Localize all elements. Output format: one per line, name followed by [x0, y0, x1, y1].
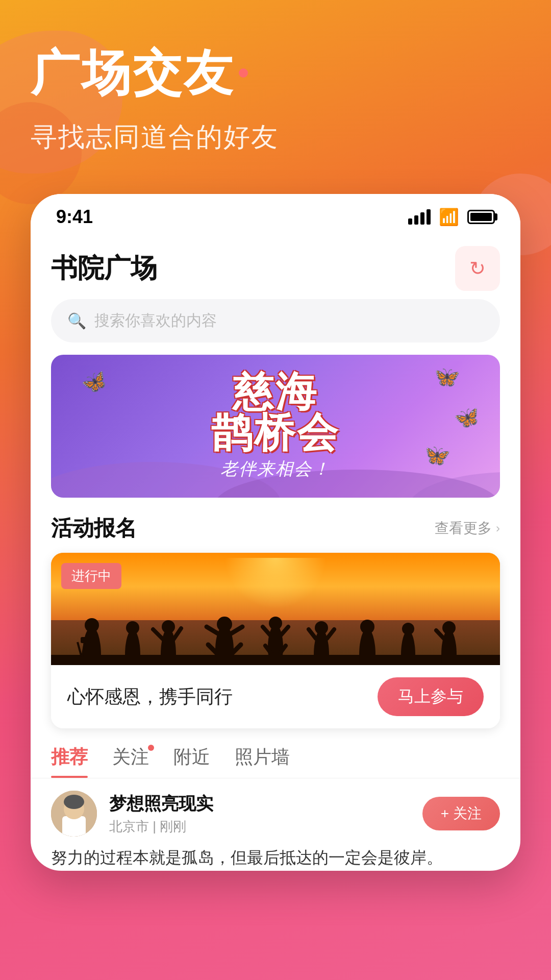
banner[interactable]: 🦋 🦋 🦋 🦋 慈海 鹊桥会 老伴来相会！ — [51, 355, 500, 498]
status-icons: 📶 — [408, 207, 495, 227]
tab-follow-dot — [148, 745, 154, 751]
svg-line-37 — [436, 630, 444, 639]
banner-main-line2: 鹊桥会 — [211, 412, 340, 453]
page-header: 广场交友 寻找志同道合的好友 — [0, 0, 551, 176]
wifi-icon: 📶 — [439, 207, 459, 227]
svg-point-5 — [85, 618, 99, 632]
status-bar: 9:41 📶 — [31, 194, 520, 236]
svg-point-4 — [83, 627, 101, 665]
svg-point-22 — [269, 617, 282, 630]
refresh-button[interactable]: ↻ — [455, 246, 500, 291]
app-header: 书院广场 ↻ — [31, 236, 520, 299]
svg-line-13 — [153, 629, 163, 640]
svg-rect-8 — [81, 637, 91, 643]
svg-point-35 — [441, 629, 457, 665]
svg-line-30 — [327, 629, 334, 639]
battery-icon — [467, 210, 495, 224]
svg-line-29 — [309, 629, 316, 639]
svg-point-36 — [442, 621, 456, 634]
svg-point-34 — [402, 623, 414, 635]
title-dot — [239, 68, 248, 78]
post-content: 努力的过程本就是孤岛，但最后抵达的一定会是彼岸。 — [51, 845, 500, 871]
svg-point-12 — [162, 620, 175, 633]
tabs-row: 推荐 关注 附近 照片墙 — [31, 745, 520, 778]
battery-fill — [470, 213, 492, 221]
search-icon: 🔍 — [67, 312, 86, 330]
signal-icon — [408, 209, 431, 225]
avatar[interactable] — [51, 791, 97, 837]
search-bar[interactable]: 🔍 搜索你喜欢的内容 — [51, 299, 500, 342]
post-user: 梦想照亮现实 北京市 | 刚刚 — [51, 791, 213, 837]
post-header: 梦想照亮现实 北京市 | 刚刚 + 关注 — [51, 791, 500, 837]
tab-nearby[interactable]: 附近 — [173, 745, 210, 778]
activity-footer: 心怀感恩，携手同行 马上参与 — [51, 665, 500, 728]
sub-title: 寻找志同道合的好友 — [31, 119, 520, 155]
post-card: 梦想照亮现实 北京市 | 刚刚 + 关注 努力的过程本就是孤岛，但最后抵达的一定… — [31, 791, 520, 871]
tab-photo-wall[interactable]: 照片墙 — [235, 745, 290, 778]
svg-point-41 — [64, 795, 84, 809]
svg-point-28 — [315, 621, 328, 634]
svg-point-16 — [217, 617, 232, 632]
svg-line-23 — [263, 627, 270, 635]
svg-point-9 — [125, 629, 140, 665]
chevron-right-icon: › — [496, 521, 500, 535]
svg-line-14 — [173, 628, 181, 640]
view-more-label: 查看更多 — [435, 519, 492, 538]
activity-section-header: 活动报名 查看更多 › — [31, 514, 520, 553]
activity-image: 进行中 — [51, 553, 500, 665]
search-placeholder-text: 搜索你喜欢的内容 — [94, 310, 217, 331]
activity-section-title: 活动报名 — [51, 514, 137, 543]
banner-sub-text: 老伴来相会！ — [211, 457, 340, 481]
svg-point-33 — [401, 630, 415, 665]
svg-line-18 — [230, 627, 242, 634]
svg-line-17 — [207, 627, 219, 634]
banner-main-line1: 慈海 — [211, 372, 340, 412]
follow-button[interactable]: + 关注 — [422, 797, 500, 830]
svg-point-21 — [268, 625, 283, 665]
activity-card[interactable]: 进行中 — [51, 553, 500, 728]
app-title: 书院广场 — [51, 251, 157, 286]
butterfly-icon-3: 🦋 — [452, 404, 481, 432]
post-meta: 北京市 | 刚刚 — [109, 818, 213, 836]
avatar-image — [51, 791, 97, 837]
svg-line-24 — [281, 627, 288, 635]
tab-recommend[interactable]: 推荐 — [51, 745, 88, 778]
banner-title: 慈海 鹊桥会 老伴来相会！ — [211, 372, 340, 481]
status-time: 9:41 — [56, 206, 93, 228]
join-button[interactable]: 马上参与 — [378, 677, 484, 716]
svg-point-11 — [161, 628, 176, 665]
view-more-button[interactable]: 查看更多 › — [435, 519, 500, 538]
svg-point-32 — [360, 620, 374, 634]
activity-badge: 进行中 — [61, 563, 121, 589]
activity-silhouettes — [51, 599, 500, 665]
activity-name: 心怀感恩，携手同行 — [67, 684, 233, 709]
phone-mockup: 9:41 📶 书院广场 ↻ 🔍 搜索你喜欢的内容 🦋 🦋 🦋 🦋 — [31, 194, 520, 871]
post-username: 梦想照亮现实 — [109, 792, 213, 816]
post-user-info: 梦想照亮现实 北京市 | 刚刚 — [109, 792, 213, 836]
butterfly-icon-2: 🦋 — [431, 362, 462, 391]
butterfly-icon-1: 🦋 — [78, 366, 110, 398]
svg-point-27 — [314, 629, 329, 665]
tab-follow[interactable]: 关注 — [112, 745, 149, 778]
main-title: 广场交友 — [31, 41, 520, 107]
avatar-svg — [51, 791, 97, 837]
svg-point-10 — [126, 621, 139, 634]
